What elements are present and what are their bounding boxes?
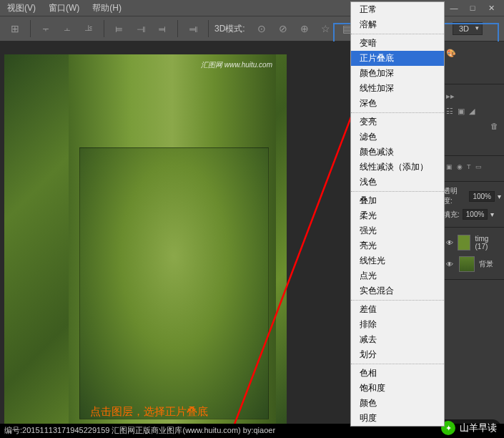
annotation-text: 点击图层，选择正片叠底 — [90, 405, 208, 419]
blend-lighten[interactable]: 变亮 — [351, 115, 444, 130]
blend-hard-mix[interactable]: 实色混合 — [351, 283, 444, 298]
layer-thumbnail[interactable] — [458, 235, 470, 250]
blend-luminosity[interactable]: 明度 — [351, 411, 444, 426]
blend-linear-burn[interactable]: 线性加深 — [351, 81, 444, 96]
maximize-button[interactable]: □ — [464, 1, 481, 14]
layer-name[interactable]: 背景 — [479, 259, 493, 269]
brush-icon[interactable]: ◢ — [469, 107, 475, 116]
tab-icon[interactable]: ▣ — [446, 163, 453, 170]
workspace-dropdown[interactable]: 3D — [453, 22, 483, 35]
blend-hue[interactable]: 色相 — [351, 366, 444, 381]
blend-hard-light[interactable]: 强光 — [351, 223, 444, 238]
blend-difference[interactable]: 差值 — [351, 302, 444, 317]
distribute3-icon[interactable]: ⫤ — [153, 19, 172, 38]
blend-mode-menu: 正常 溶解 变暗 正片叠底 颜色加深 线性加深 深色 变亮 滤色 颜色减淡 线性… — [350, 1, 445, 427]
mode-label: 3D模式: — [214, 23, 245, 35]
layer-row[interactable]: 👁 背景 — [443, 253, 501, 275]
blend-saturation[interactable]: 饱和度 — [351, 381, 444, 396]
wechat-badge: ✦ 山羊早读 — [437, 419, 501, 437]
menu-view[interactable]: 视图(V) — [7, 2, 36, 14]
trash-icon[interactable]: 🗑 — [490, 122, 498, 130]
distribute-icon[interactable]: ⫢ — [110, 19, 129, 38]
blend-color-dodge[interactable]: 颜色减淡 — [351, 145, 444, 160]
mode-btn2-icon[interactable]: ⊘ — [274, 19, 292, 38]
tab3-icon[interactable]: T — [467, 163, 471, 170]
tab2-icon[interactable]: ◉ — [457, 163, 463, 170]
tool-icon[interactable]: ⊞ — [6, 19, 24, 38]
opacity-label: 透明度: — [443, 186, 466, 206]
chevron-down-icon[interactable]: ▾ — [498, 193, 501, 200]
blend-multiply[interactable]: 正片叠底 — [351, 51, 444, 66]
blend-soft-light[interactable]: 柔光 — [351, 208, 444, 223]
blend-screen[interactable]: 滤色 — [351, 130, 444, 145]
watermark: 汇图网 www.huitu.com — [201, 60, 272, 70]
align-center-icon[interactable]: ⫠ — [58, 19, 76, 38]
panels: 🎨 ▸▸ ☷ ▣ ◢ 🗑 ▣ ◉ T ▭ 透明度: 100% ▾ 填充: — [440, 42, 504, 438]
blend-dissolve[interactable]: 溶解 — [351, 17, 444, 32]
adjustments-icon[interactable]: ▸▸ — [446, 92, 455, 101]
blend-darker-color[interactable]: 深色 — [351, 96, 444, 111]
history-icon[interactable]: ☷ — [446, 107, 453, 116]
distribute2-icon[interactable]: ⫣ — [132, 19, 150, 38]
menu-help[interactable]: 帮助(H) — [92, 2, 122, 14]
window-controls: — □ ✕ — [445, 1, 500, 14]
menu-window[interactable]: 窗口(W) — [49, 2, 79, 14]
blend-exclusion[interactable]: 排除 — [351, 317, 444, 332]
blend-linear-dodge[interactable]: 线性减淡（添加） — [351, 160, 444, 175]
visibility-icon[interactable]: 👁 — [446, 261, 455, 268]
mode-btn1-icon[interactable]: ⊙ — [252, 19, 271, 38]
align-left-icon[interactable]: ⫟ — [36, 19, 55, 38]
visibility-icon[interactable]: 👁 — [446, 239, 453, 247]
layer-row[interactable]: 👁 timg (17) — [443, 232, 501, 253]
blend-linear-light[interactable]: 线性光 — [351, 253, 444, 268]
layer-thumbnail[interactable] — [459, 256, 475, 272]
chevron-down-icon[interactable]: ▾ — [490, 210, 494, 218]
layers-panel: 👁 timg (17) 👁 背景 — [440, 228, 504, 280]
blend-vivid-light[interactable]: 亮光 — [351, 238, 444, 253]
minimize-button[interactable]: — — [445, 1, 463, 14]
align-right-icon[interactable]: ⫡ — [79, 19, 98, 38]
document-image: 汇图网 www.huitu.com 点击图层，选择正片叠底 — [4, 54, 287, 438]
blend-overlay[interactable]: 叠加 — [351, 193, 444, 208]
opacity-value[interactable]: 100% — [469, 191, 495, 202]
canvas[interactable]: 汇图网 www.huitu.com 点击图层，选择正片叠底 — [0, 42, 350, 438]
blend-lighter-color[interactable]: 浅色 — [351, 175, 444, 190]
blend-subtract[interactable]: 减去 — [351, 332, 444, 347]
misc-icon[interactable]: ⫥ — [184, 19, 202, 38]
mode-btn4-icon[interactable]: ☆ — [317, 19, 335, 38]
blend-divide[interactable]: 划分 — [351, 347, 444, 362]
fill-value[interactable]: 100% — [463, 209, 488, 220]
fill-label: 填充: — [443, 210, 460, 220]
blend-darken[interactable]: 变暗 — [351, 36, 444, 51]
tab4-icon[interactable]: ▭ — [475, 163, 482, 170]
close-button[interactable]: ✕ — [483, 1, 500, 14]
blend-normal[interactable]: 正常 — [351, 2, 444, 17]
layer-overlay — [79, 147, 269, 419]
actions-icon[interactable]: ▣ — [458, 107, 465, 116]
color-panel-icon[interactable]: 🎨 — [446, 49, 456, 58]
blend-color-burn[interactable]: 颜色加深 — [351, 66, 444, 81]
blend-color[interactable]: 颜色 — [351, 396, 444, 411]
layer-name[interactable]: timg (17) — [475, 235, 498, 250]
mode-btn3-icon[interactable]: ⊕ — [295, 19, 314, 38]
blend-pin-light[interactable]: 点光 — [351, 268, 444, 283]
wechat-name: 山羊早读 — [460, 422, 497, 434]
